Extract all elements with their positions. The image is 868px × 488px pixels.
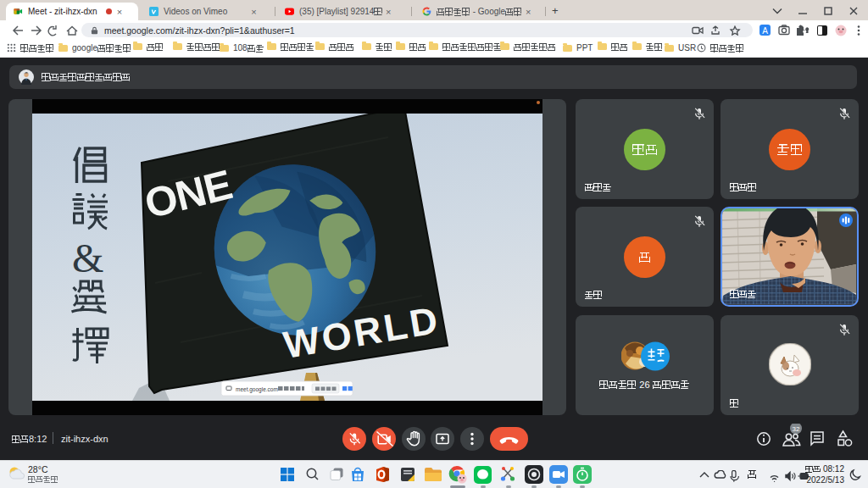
svg-text:A: A [762, 26, 768, 36]
svg-text:&: & [72, 236, 103, 280]
svg-text:32: 32 [793, 425, 800, 433]
svg-text:meet.google.com: meet.google.com [236, 386, 278, 393]
